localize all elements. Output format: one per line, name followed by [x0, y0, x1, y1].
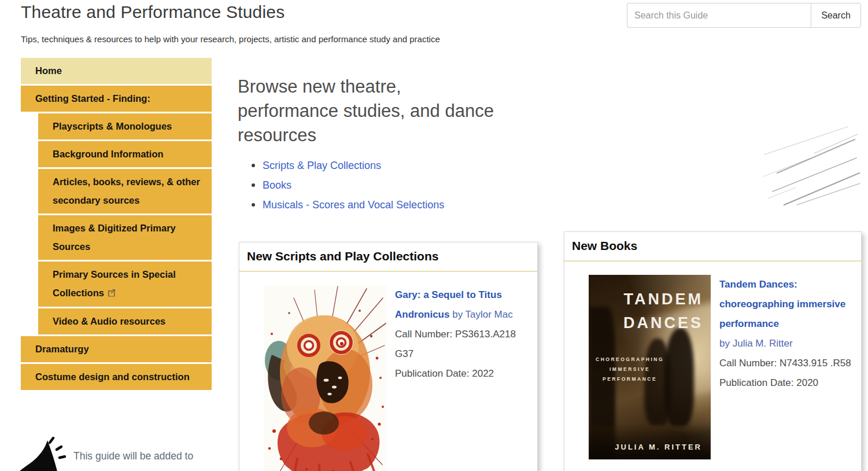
box-new-scripts-title: New Scripts and Play Collections	[239, 242, 537, 272]
page-title: Theatre and Performance Studies	[21, 2, 285, 22]
cover-title-line: DANCES	[623, 311, 703, 335]
cover-subtitle: CHOREOGRAPHING IMMERSIVE PERFORMANCE	[596, 355, 664, 384]
box-new-scripts-body: Gary: a Sequel to Titus Andronicus by Ta…	[239, 272, 537, 471]
book-details: Gary: a Sequel to Titus Andronicus by Ta…	[395, 285, 523, 471]
book-call-number: Call Number: PS3613.A218 G37	[395, 325, 523, 364]
cover-subtitle-line: PERFORMANCE	[596, 374, 664, 384]
external-link-icon	[108, 284, 116, 303]
sidebar-note-line1: This guide will be added to	[73, 450, 193, 462]
book-cover-tandem-dances[interactable]: TANDEM DANCES CHOREOGRAPHING IMMERSIVE P…	[589, 275, 711, 459]
list-item: Musicals - Scores and Vocal Selections	[247, 198, 444, 212]
decorative-strokes-image	[761, 117, 860, 208]
cover-title-line: TANDEM	[623, 288, 703, 311]
heading-line: performance studies, and dance	[238, 99, 494, 123]
list-item: Scripts & Play Collections	[247, 159, 444, 172]
book-details: Tandem Dances: choreographing immersive …	[719, 275, 854, 459]
nav-item-articles[interactable]: Articles, books, reviews, & other second…	[38, 169, 212, 214]
page-subtitle: Tips, techniques & resources to help wit…	[21, 34, 440, 44]
nav-item-video-audio[interactable]: Video & Audio resources	[38, 308, 212, 334]
cover-subtitle-line: IMMERSIVE	[596, 365, 664, 374]
box-new-scripts: New Scripts and Play Collections	[239, 242, 538, 471]
book-author: by Taylor Mac	[449, 309, 512, 320]
silhouette-dancer	[664, 328, 694, 426]
megaphone-icon	[15, 437, 71, 471]
nav-item-dramaturgy[interactable]: Dramaturgy	[21, 336, 212, 362]
book-call-number: Call Number: N7433.915 .R58	[719, 354, 854, 373]
sidebar-note: This guide will be added to working on, …	[73, 447, 218, 471]
guide-navigation: Home Getting Started - Finding: Playscri…	[21, 58, 212, 392]
book-publication-date: Publication Date: 2020	[719, 373, 854, 393]
nav-item-home[interactable]: Home	[21, 58, 212, 84]
cover-subtitle-line: CHOREOGRAPHING	[596, 355, 664, 365]
main-heading: Browse new theatre, performance studies,…	[238, 75, 494, 148]
nav-item-playscripts[interactable]: Playscripts & Monologues	[38, 113, 212, 139]
nav-item-costume[interactable]: Costume design and construction	[21, 364, 212, 390]
nav-item-primary-sources[interactable]: Primary Sources in Special Collections	[38, 262, 212, 307]
link-scripts-play-collections[interactable]: Scripts & Play Collections	[263, 160, 381, 171]
book-author: by Julia M. Ritter	[719, 334, 854, 354]
search-button[interactable]: Search	[811, 3, 861, 28]
nav-item-background-info[interactable]: Background Information	[38, 141, 212, 167]
heading-line: resources	[238, 123, 494, 148]
cover-title: TANDEM DANCES	[623, 288, 703, 335]
link-musicals[interactable]: Musicals - Scores and Vocal Selections	[263, 199, 444, 211]
box-new-books-body: TANDEM DANCES CHOREOGRAPHING IMMERSIVE P…	[564, 262, 861, 459]
heading-line: Browse new theatre,	[238, 75, 494, 99]
box-new-books-title: New Books	[564, 232, 861, 262]
nav-item-getting-started[interactable]: Getting Started - Finding:	[21, 86, 212, 112]
quick-links-list: Scripts & Play Collections Books Musical…	[247, 159, 444, 218]
book-cover-gary[interactable]	[264, 285, 386, 471]
book-publication-date: Publication Date: 2022	[395, 364, 523, 384]
list-item: Books	[247, 178, 444, 192]
guide-search: Search	[627, 3, 861, 28]
box-new-books: New Books TANDEM DANCES CHOREOGRAPHING I…	[564, 231, 862, 471]
search-input[interactable]	[627, 3, 811, 28]
cover-author: JULIA M. RITTER	[615, 443, 702, 451]
link-books[interactable]: Books	[263, 179, 291, 191]
nav-item-images[interactable]: Images & Digitized Primary Sources	[38, 215, 212, 260]
book-title-link[interactable]: Tandem Dances: choreographing immersive …	[719, 279, 845, 329]
